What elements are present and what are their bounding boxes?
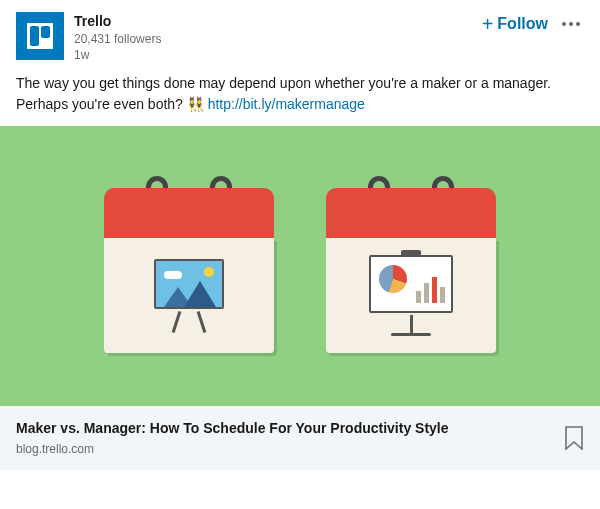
calendar-maker-icon [104,178,274,353]
trello-logo-icon [27,23,53,49]
post-link[interactable]: http://bit.ly/makermanage [208,96,365,112]
company-avatar[interactable] [16,12,64,60]
calendar-manager-icon [326,178,496,353]
link-info: Maker vs. Manager: How To Schedule For Y… [16,420,552,456]
follower-count: 20,431 followers [74,31,472,47]
post-body: The way you get things done may depend u… [0,67,600,126]
post-image[interactable] [0,126,600,406]
easel-icon [154,259,224,333]
more-menu-button[interactable] [558,22,584,26]
header-actions: + Follow [482,12,584,34]
follow-label: Follow [497,15,548,33]
linkedin-post: Trello 20,431 followers 1w + Follow The … [0,0,600,470]
follow-button[interactable]: + Follow [482,14,548,34]
post-header: Trello 20,431 followers 1w + Follow [0,0,600,67]
link-domain: blog.trello.com [16,442,552,456]
post-meta: Trello 20,431 followers 1w [74,12,472,63]
link-preview-card[interactable]: Maker vs. Manager: How To Schedule For Y… [0,406,600,470]
link-title: Maker vs. Manager: How To Schedule For Y… [16,420,552,436]
emoji-dancers: 👯 [187,96,204,112]
post-age: 1w [74,47,472,63]
presentation-icon [369,255,453,336]
bookmark-icon[interactable] [564,426,584,450]
company-name[interactable]: Trello [74,12,472,31]
plus-icon: + [482,14,494,34]
